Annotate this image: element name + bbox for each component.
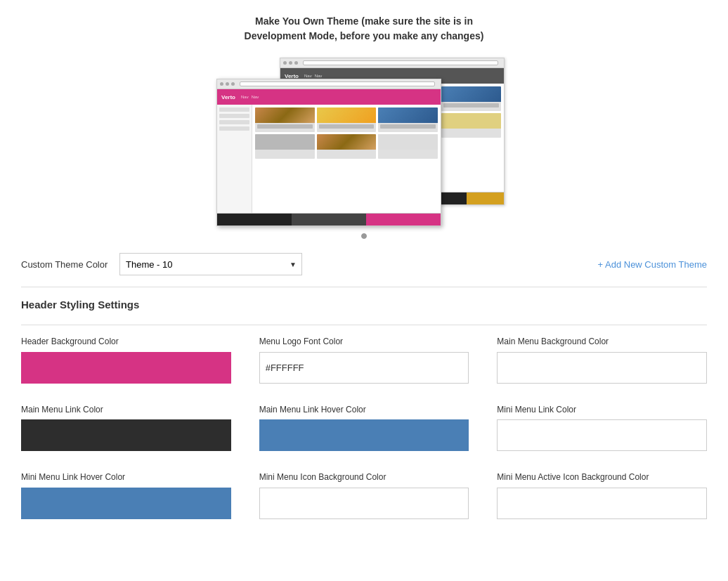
add-theme-text: Add New Custom Theme [603, 259, 707, 270]
fcard-img-tiger2 [317, 134, 377, 150]
input-main-menu-bg[interactable] [497, 352, 707, 384]
fsidebar-item2 [219, 114, 249, 118]
label-main-menu-bg: Main Menu Background Color [497, 337, 707, 348]
fdot3 [231, 82, 235, 86]
theme-preview-container: Verto Nav Nav [21, 58, 707, 226]
browser-bar-back [280, 58, 504, 68]
fcard-img-cup [317, 107, 377, 123]
furl-bar [240, 81, 435, 86]
page-title: Make You Own Theme (make sure the site i… [21, 14, 707, 44]
fswatch-black [217, 214, 292, 226]
label-mini-menu-link: Mini Menu Link Color [497, 405, 707, 416]
field-mini-menu-icon-bg: Mini Menu Icon Background Color [259, 472, 469, 519]
label-main-menu-link: Main Menu Link Color [21, 405, 231, 416]
swatch-main-menu-link-hover[interactable] [259, 419, 469, 451]
color-fields-grid: Header Background Color Menu Logo Font C… [21, 337, 707, 519]
fcard-img-light [378, 134, 438, 150]
fcard-text1 [257, 124, 313, 129]
preview-dot-active[interactable] [361, 233, 367, 239]
url-bar [303, 60, 498, 65]
field-main-menu-link: Main Menu Link Color [21, 405, 231, 452]
mock-logo-front: Verto [221, 94, 235, 100]
mock-content-front [252, 105, 441, 213]
swatch-main-menu-link[interactable] [21, 419, 231, 451]
nav-item2: Nav [315, 74, 323, 78]
swatch-mini-menu-link-hover[interactable] [21, 488, 231, 519]
field-mini-menu-link-hover: Mini Menu Link Hover Color [21, 472, 231, 519]
fswatch-dark-gray [292, 214, 366, 226]
dot1 [283, 61, 287, 65]
mock-nav-back: Nav Nav [304, 74, 322, 78]
label-mini-menu-icon-bg: Mini Menu Icon Background Color [259, 472, 469, 483]
field-header-bg: Header Background Color [21, 337, 231, 384]
fcard1 [255, 107, 315, 132]
section-divider2 [21, 325, 707, 325]
section-title: Header Styling Settings [21, 299, 707, 311]
dot2 [289, 61, 292, 65]
preview-dots [21, 233, 707, 239]
fdot2 [226, 82, 229, 86]
section-divider [21, 287, 707, 287]
fcard3 [378, 107, 438, 132]
theme-preview-wrapper: Verto Nav Nav [216, 58, 512, 226]
input-mini-menu-active-icon-bg[interactable] [497, 488, 707, 519]
fcard-img-gray [255, 134, 315, 150]
theme-color-label: Custom Theme Color [21, 259, 119, 270]
fcard-text3 [380, 124, 436, 129]
fswatch-pink [366, 214, 441, 226]
screenshot-front: Verto Nav Nav [216, 79, 441, 226]
field-menu-logo-font: Menu Logo Font Color [259, 337, 469, 384]
input-menu-logo-font[interactable] [259, 352, 469, 384]
title-line2: Development Mode, before you make any ch… [245, 30, 484, 41]
field-main-menu-bg: Main Menu Background Color [497, 337, 707, 384]
fcard4 [255, 134, 315, 159]
mock-sidebar-front [217, 105, 252, 213]
field-main-menu-link-hover: Main Menu Link Hover Color [259, 405, 469, 452]
card3 [441, 86, 501, 111]
browser-bar-front [217, 79, 441, 89]
field-mini-menu-link: Mini Menu Link Color [497, 405, 707, 452]
mock-header-front: Verto Nav Nav [217, 89, 441, 105]
fcard-text2 [319, 124, 375, 129]
card6 [441, 113, 501, 138]
dot3 [294, 61, 298, 65]
theme-select[interactable]: Theme - 1 Theme - 2 Theme - 3 Theme - 4 … [119, 253, 302, 275]
nav-item1: Nav [304, 74, 312, 78]
plus-icon: + [598, 259, 604, 270]
theme-color-row: Custom Theme Color Theme - 1 Theme - 2 T… [21, 253, 707, 275]
fnav-item1: Nav [241, 95, 249, 99]
fcard-img-tiger [255, 107, 315, 123]
label-menu-logo-font: Menu Logo Font Color [259, 337, 469, 348]
field-mini-menu-active-icon-bg: Mini Menu Active Icon Background Color [497, 472, 707, 519]
card-img-blue [441, 86, 501, 102]
card-text3 [443, 103, 499, 107]
theme-select-wrapper[interactable]: Theme - 1 Theme - 2 Theme - 3 Theme - 4 … [119, 253, 302, 275]
fcard2 [317, 107, 377, 132]
fsidebar-item4 [219, 126, 249, 131]
page-container: Make You Own Theme (make sure the site i… [0, 0, 728, 533]
fsidebar-item3 [219, 120, 249, 124]
add-theme-link[interactable]: + Add New Custom Theme [598, 259, 707, 270]
fsidebar-item1 [219, 107, 249, 112]
fnav-item2: Nav [252, 95, 259, 99]
card-img-yellow [441, 113, 501, 129]
fcard-img-blue [378, 107, 438, 123]
mock-browser-front: Verto Nav Nav [217, 79, 441, 226]
input-mini-menu-link[interactable] [497, 419, 707, 451]
fdot1 [220, 82, 223, 86]
label-mini-menu-link-hover: Mini Menu Link Hover Color [21, 472, 231, 483]
label-main-menu-link-hover: Main Menu Link Hover Color [259, 405, 469, 416]
label-header-bg: Header Background Color [21, 337, 231, 348]
swatch-header-bg[interactable] [21, 352, 231, 384]
fcontent-row2 [255, 134, 438, 159]
fcontent-row1 [255, 107, 438, 132]
label-mini-menu-active-icon-bg: Mini Menu Active Icon Background Color [497, 472, 707, 483]
title-line1: Make You Own Theme (make sure the site i… [255, 15, 473, 27]
mock-nav-front: Nav Nav [241, 95, 259, 99]
swatches-front [217, 213, 441, 226]
fcard6 [378, 134, 438, 159]
swatch-yellow [467, 192, 504, 204]
fcard5 [317, 134, 377, 159]
mock-body-front [217, 105, 441, 213]
input-mini-menu-icon-bg[interactable] [259, 488, 469, 519]
